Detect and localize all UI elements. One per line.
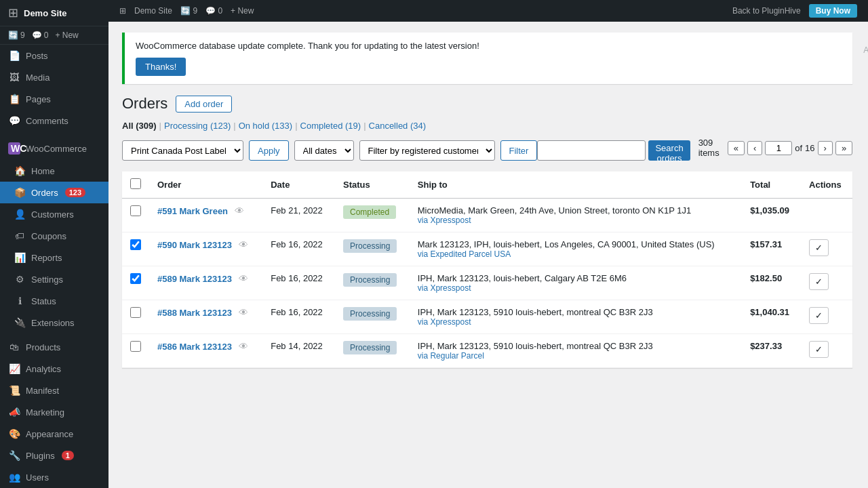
- wp-logo-top: ⊞: [119, 6, 126, 16]
- action-btn-1[interactable]: ✓: [809, 239, 829, 256]
- ship-via-2: via Xpresspost: [418, 283, 734, 293]
- customer-filter-select[interactable]: Filter by registered customer: [359, 140, 495, 161]
- updates-count[interactable]: 🔄 9: [8, 30, 25, 40]
- sidebar-item-pages[interactable]: 📋 Pages: [0, 88, 108, 110]
- preview-icon-3[interactable]: 👁: [239, 307, 248, 318]
- row-checkbox-4[interactable]: [130, 341, 141, 352]
- next-page-button[interactable]: ›: [818, 141, 833, 155]
- new-link[interactable]: + New: [55, 30, 78, 40]
- date-filter-select[interactable]: All dates: [294, 140, 354, 161]
- sidebar-item-marketing[interactable]: 📣 Marketing: [0, 401, 108, 423]
- last-page-button[interactable]: »: [835, 141, 852, 155]
- search-orders-button[interactable]: Search orders: [648, 140, 690, 161]
- status-badge-2: Processing: [343, 273, 397, 287]
- filter-all[interactable]: All (309): [122, 121, 157, 131]
- filter-bar: All (309) | Processing (123) | On hold (…: [122, 121, 852, 163]
- users-icon: 👥: [8, 472, 20, 483]
- sidebar-item-users-label: Users: [26, 472, 49, 483]
- row-checkbox-0[interactable]: [130, 205, 141, 216]
- back-to-pluginhive[interactable]: Back to PluginHive: [732, 6, 801, 16]
- col-status: Status: [335, 171, 410, 199]
- action-btn-4[interactable]: ✓: [809, 341, 829, 358]
- orders-icon: 📦: [14, 187, 26, 198]
- comments-icon: 💬: [8, 115, 20, 126]
- status-badge-4: Processing: [343, 341, 397, 354]
- filter-completed[interactable]: Completed (19): [300, 121, 361, 131]
- order-date-4: Feb 14, 2022: [262, 334, 335, 368]
- sidebar-item-media[interactable]: 🖼 Media: [0, 66, 108, 88]
- sidebar-item-plugins[interactable]: 🔧 Plugins 1: [0, 445, 108, 466]
- first-page-button[interactable]: «: [728, 141, 745, 155]
- row-checkbox-3[interactable]: [130, 307, 141, 318]
- bulk-action-select[interactable]: Print Canada Post Label: [122, 140, 243, 161]
- sidebar-item-manifest[interactable]: 📜 Manifest: [0, 380, 108, 401]
- sidebar-item-appearance[interactable]: 🎨 Appearance: [0, 423, 108, 445]
- table-row: #586 Mark 123123 👁 Feb 14, 2022 Processi…: [122, 334, 852, 368]
- sidebar-item-products[interactable]: 🛍 Products: [0, 336, 108, 358]
- action-btn-3[interactable]: ✓: [809, 307, 829, 324]
- sidebar-item-posts[interactable]: 📄 Posts: [0, 45, 108, 66]
- order-date-3: Feb 16, 2022: [262, 300, 335, 334]
- order-link-2[interactable]: #589 Mark 123123: [157, 274, 232, 284]
- buy-now-button[interactable]: Buy Now: [809, 4, 857, 18]
- order-link-1[interactable]: #590 Mark 123123: [157, 240, 232, 250]
- status-badge-1: Processing: [343, 239, 397, 253]
- sidebar-item-users[interactable]: 👥 Users: [0, 466, 108, 488]
- filter-onhold[interactable]: On hold (133): [239, 121, 293, 131]
- sidebar-item-comments[interactable]: 💬 Comments: [0, 110, 108, 131]
- filter-controls: Print Canada Post Label Apply All dates …: [122, 140, 537, 161]
- sidebar-item-settings[interactable]: ⚙ Settings: [0, 268, 108, 290]
- filter-processing[interactable]: Processing (123): [164, 121, 231, 131]
- sidebar-item-orders[interactable]: 📦 Orders 123: [0, 182, 108, 203]
- filter-cancelled[interactable]: Cancelled (34): [369, 121, 427, 131]
- order-link-0[interactable]: #591 Mark Green: [157, 206, 228, 216]
- table-row: #591 Mark Green 👁 Feb 21, 2022 Completed…: [122, 199, 852, 232]
- plugins-badge: 1: [62, 451, 74, 460]
- search-area: Search orders: [537, 140, 690, 161]
- preview-icon-1[interactable]: 👁: [239, 239, 248, 250]
- row-checkbox-1[interactable]: [130, 239, 141, 250]
- sidebar-item-analytics[interactable]: 📈 Analytics: [0, 358, 108, 380]
- ship-to-name-2: IPH, Mark 123123, louis-hebert, Calgary …: [418, 273, 734, 283]
- site-name-top[interactable]: Demo Site: [134, 6, 172, 16]
- table-row: #590 Mark 123123 👁 Feb 16, 2022 Processi…: [122, 232, 852, 266]
- sidebar-item-coupons[interactable]: 🏷 Coupons: [0, 225, 108, 247]
- sidebar-item-status[interactable]: ℹ Status: [0, 290, 108, 312]
- ship-to-name-0: MicroMedia, Mark Green, 24th Ave, Union …: [418, 205, 734, 216]
- preview-icon-4[interactable]: 👁: [239, 341, 248, 352]
- action-btn-2[interactable]: ✓: [809, 273, 829, 290]
- select-all-checkbox[interactable]: [130, 178, 141, 189]
- order-date-2: Feb 16, 2022: [262, 266, 335, 300]
- preview-icon-2[interactable]: 👁: [239, 273, 248, 284]
- search-orders-input[interactable]: [537, 140, 646, 161]
- sidebar-item-customers[interactable]: 👤 Customers: [0, 203, 108, 225]
- page-number-input[interactable]: [765, 141, 792, 155]
- row-checkbox-2[interactable]: [130, 273, 141, 284]
- new-top[interactable]: + New: [231, 6, 254, 16]
- notice-banner: WooCommerce database update complete. Th…: [122, 33, 852, 84]
- sidebar-item-woocommerce[interactable]: WC WooCommerce: [0, 137, 108, 160]
- notice-thanks-button[interactable]: Thanks!: [136, 58, 186, 76]
- activity-label: Activity: [863, 45, 868, 55]
- ship-via-1: via Expedited Parcel USA: [418, 249, 734, 259]
- order-total-4: $237.33: [742, 334, 801, 368]
- ship-via-3: via Xpresspost: [418, 317, 734, 327]
- sidebar-item-reports[interactable]: 📊 Reports: [0, 247, 108, 268]
- order-link-3[interactable]: #588 Mark 123123: [157, 308, 232, 318]
- apply-button[interactable]: Apply: [249, 140, 289, 161]
- sidebar-item-home[interactable]: 🏠 Home: [0, 160, 108, 182]
- order-link-4[interactable]: #586 Mark 123123: [157, 342, 232, 352]
- updates-top[interactable]: 🔄 9: [180, 6, 197, 16]
- comments-top[interactable]: 💬 0: [205, 6, 222, 16]
- activity-button[interactable]: 🚩 Activity: [863, 33, 868, 55]
- filter-button[interactable]: Filter: [500, 140, 538, 161]
- sidebar-item-reports-label: Reports: [31, 253, 62, 263]
- ship-to-name-4: IPH, Mark 123123, 5910 louis-hebert, mon…: [418, 341, 734, 351]
- comments-count[interactable]: 💬 0: [32, 30, 49, 40]
- prev-page-button[interactable]: ‹: [747, 141, 762, 155]
- preview-icon-0[interactable]: 👁: [235, 205, 244, 216]
- sidebar-item-extensions[interactable]: 🔌 Extensions: [0, 312, 108, 333]
- add-order-button[interactable]: Add order: [176, 96, 232, 113]
- pages-icon: 📋: [8, 94, 20, 104]
- sidebar-item-appearance-label: Appearance: [26, 429, 73, 439]
